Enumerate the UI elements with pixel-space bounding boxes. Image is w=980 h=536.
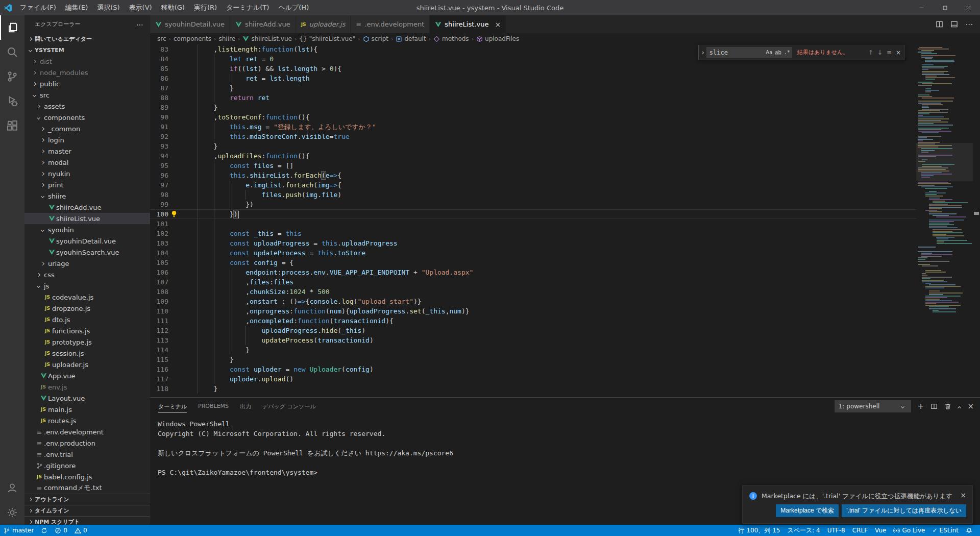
git-branch-status[interactable]: master bbox=[0, 525, 37, 536]
notifications-bell[interactable] bbox=[962, 525, 976, 536]
code-line-115[interactable]: 115 } bbox=[150, 355, 916, 364]
tree-file-routes.js[interactable]: JSroutes.js bbox=[24, 415, 150, 426]
status-crlf[interactable]: CRLF bbox=[849, 525, 871, 536]
code-line-91[interactable]: 91 this.msg = "登録します。よろしいですか？" bbox=[150, 122, 916, 132]
previous-match-icon[interactable]: ↑ bbox=[868, 49, 873, 56]
tree-file-babel.config.js[interactable]: JSbabel.config.js bbox=[24, 471, 150, 482]
tree-file-.env.development[interactable]: ≡.env.development bbox=[24, 426, 150, 437]
close-notification-icon[interactable]: × bbox=[960, 492, 966, 499]
code-line-95[interactable]: 95 const files = [] bbox=[150, 161, 916, 170]
code-line-104[interactable]: 104 const updateProcess = this.toStore bbox=[150, 248, 916, 258]
breadcrumb-item-uploadFiles[interactable]: uploadFiles bbox=[476, 35, 519, 42]
whole-word-icon[interactable]: ab bbox=[775, 50, 781, 55]
tab-shiireList.vue[interactable]: shiireList.vue× bbox=[430, 15, 506, 33]
menu-item[interactable]: 移動(G) bbox=[157, 0, 189, 15]
activity-account[interactable] bbox=[0, 476, 24, 500]
tree-file-dto.js[interactable]: JSdto.js bbox=[24, 314, 150, 325]
code-line-96[interactable]: 96 this.shiireList.forEach(e=>{ bbox=[150, 170, 916, 180]
menu-item[interactable]: 選択(S) bbox=[92, 0, 124, 15]
tree-file-App.vue[interactable]: App.vue bbox=[24, 370, 150, 381]
tree-folder-public[interactable]: public bbox=[24, 78, 150, 89]
tree-folder-uriage[interactable]: uriage bbox=[24, 258, 150, 269]
code-line-105[interactable]: 105 const config = { bbox=[150, 258, 916, 267]
code-line-116[interactable]: 116 const uploder = new Uploader(config) bbox=[150, 364, 916, 374]
section-open-editors[interactable]: 開いているエディター bbox=[24, 33, 150, 44]
notification-button-1[interactable]: Marketplace で検索 bbox=[776, 504, 839, 517]
close-button[interactable] bbox=[957, 0, 980, 15]
panel-tab-PROBLEMS[interactable]: PROBLEMS bbox=[198, 401, 229, 412]
section-npm-scripts[interactable]: NPM スクリプト bbox=[24, 516, 150, 525]
breadcrumb-item-script[interactable]: script bbox=[363, 35, 388, 42]
terminal-output[interactable]: Windows PowerShellCopyright (C) Microsof… bbox=[150, 415, 980, 477]
tree-file-.gitignore[interactable]: .gitignore bbox=[24, 460, 150, 471]
status-utf8[interactable]: UTF-8 bbox=[824, 525, 849, 536]
tree-folder-css[interactable]: css bbox=[24, 269, 150, 280]
code-line-86[interactable]: 86 ret = lst.length bbox=[150, 74, 916, 83]
tree-file-dropzone.js[interactable]: JSdropzone.js bbox=[24, 303, 150, 314]
code-line-114[interactable]: 114 } bbox=[150, 345, 916, 355]
activity-extensions[interactable] bbox=[0, 113, 24, 138]
eslint-status[interactable]: ✓ESLint bbox=[928, 525, 962, 536]
code-line-101[interactable]: 101 bbox=[150, 219, 916, 229]
kill-terminal-icon[interactable] bbox=[944, 403, 951, 410]
tree-folder-shiire[interactable]: shiire bbox=[24, 190, 150, 202]
tree-folder-nyukin[interactable]: nyukin bbox=[24, 168, 150, 179]
tree-file-prototype.js[interactable]: JSprototype.js bbox=[24, 336, 150, 348]
breadcrumb-item-shiireList.vue[interactable]: shiireList.vue bbox=[242, 35, 291, 42]
activity-settings[interactable] bbox=[0, 500, 24, 525]
tree-folder-components[interactable]: components bbox=[24, 112, 150, 123]
tree-file-uploader.js[interactable]: JSuploader.js bbox=[24, 359, 150, 370]
code-line-118[interactable]: 118 } bbox=[150, 384, 916, 394]
go-live-status[interactable]: Go Live bbox=[890, 525, 928, 536]
menu-item[interactable]: 実行(R) bbox=[189, 0, 222, 15]
code-line-92[interactable]: 92 this.mdaStoreConf.visible=true bbox=[150, 132, 916, 141]
tree-folder-src[interactable]: src bbox=[24, 89, 150, 101]
tree-folder-modal[interactable]: modal bbox=[24, 157, 150, 168]
minimize-button[interactable] bbox=[910, 0, 933, 15]
new-terminal-icon[interactable]: + bbox=[918, 403, 924, 410]
split-terminal-icon[interactable] bbox=[930, 403, 938, 410]
breadcrumb-item-components[interactable]: components bbox=[174, 35, 211, 42]
code-line-109[interactable]: 109 ,onstart : ()=>{console.log("upload … bbox=[150, 297, 916, 306]
regex-icon[interactable]: .* bbox=[784, 50, 790, 55]
tree-folder-dist[interactable]: dist bbox=[24, 56, 150, 67]
tree-folder-print[interactable]: print bbox=[24, 179, 150, 190]
code-line-98[interactable]: 98 files.push(img.file) bbox=[150, 190, 916, 200]
panel-tab-ターミナル[interactable]: ターミナル bbox=[158, 401, 187, 412]
code-line-108[interactable]: 108 ,chunkSize:1024 * 500 bbox=[150, 287, 916, 297]
section-outline[interactable]: アウトライン bbox=[24, 494, 150, 505]
code-line-89[interactable]: 89 } bbox=[150, 103, 916, 112]
tree-file-shiireAdd.vue[interactable]: shiireAdd.vue bbox=[24, 202, 150, 213]
tree-file-Layout.vue[interactable]: Layout.vue bbox=[24, 393, 150, 404]
breadcrumb-item-methods[interactable]: methods bbox=[433, 35, 469, 42]
menu-item[interactable]: ヘルプ(H) bbox=[274, 0, 313, 15]
code-line-90[interactable]: 90 ,toStoreConf:function(){ bbox=[150, 112, 916, 122]
errors-status[interactable]: 0 bbox=[51, 525, 71, 536]
views-more-actions-icon[interactable]: ⋯ bbox=[136, 20, 144, 29]
section-project[interactable]: YSYSTEM bbox=[24, 44, 150, 56]
code-line-87[interactable]: 87 } bbox=[150, 83, 916, 93]
tree-folder-node_modules[interactable]: node_modules bbox=[24, 67, 150, 78]
code-line-88[interactable]: 88 return ret bbox=[150, 93, 916, 103]
activity-explorer[interactable] bbox=[0, 15, 24, 40]
close-find-icon[interactable]: × bbox=[896, 49, 901, 56]
code-line-93[interactable]: 93 } bbox=[150, 141, 916, 151]
sync-status[interactable] bbox=[37, 525, 51, 536]
tree-folder-login[interactable]: login bbox=[24, 134, 150, 145]
tree-file-commandメモ.txt[interactable]: ≡commandメモ.txt bbox=[24, 482, 150, 494]
code-line-110[interactable]: 110 ,onprogress:function(num){uploadProg… bbox=[150, 306, 916, 316]
tree-file-syouhinDetail.vue[interactable]: syouhinDetail.vue bbox=[24, 235, 150, 247]
code-editor[interactable]: 83 ,listLength:function(lst){84 let ret … bbox=[150, 44, 980, 397]
tree-folder-assets[interactable]: assets bbox=[24, 101, 150, 112]
maximize-panel-icon[interactable] bbox=[958, 402, 961, 411]
code-line-102[interactable]: 102 const _this = this bbox=[150, 229, 916, 238]
tab-uploader.js[interactable]: JSuploader.js bbox=[296, 15, 351, 33]
code-line-117[interactable]: 117 uploder.upload() bbox=[150, 374, 916, 384]
activity-source-control[interactable] bbox=[0, 64, 24, 89]
editor-layout-icon[interactable] bbox=[950, 20, 958, 28]
status-4[interactable]: スペース: 4 bbox=[783, 525, 823, 536]
tree-file-.env.production[interactable]: ≡.env.production bbox=[24, 437, 150, 449]
code-line-97[interactable]: 97 e.imgList.forEach(img=>{ bbox=[150, 180, 916, 190]
lightbulb-icon[interactable] bbox=[170, 210, 178, 217]
code-line-99[interactable]: 99 }) bbox=[150, 200, 916, 209]
